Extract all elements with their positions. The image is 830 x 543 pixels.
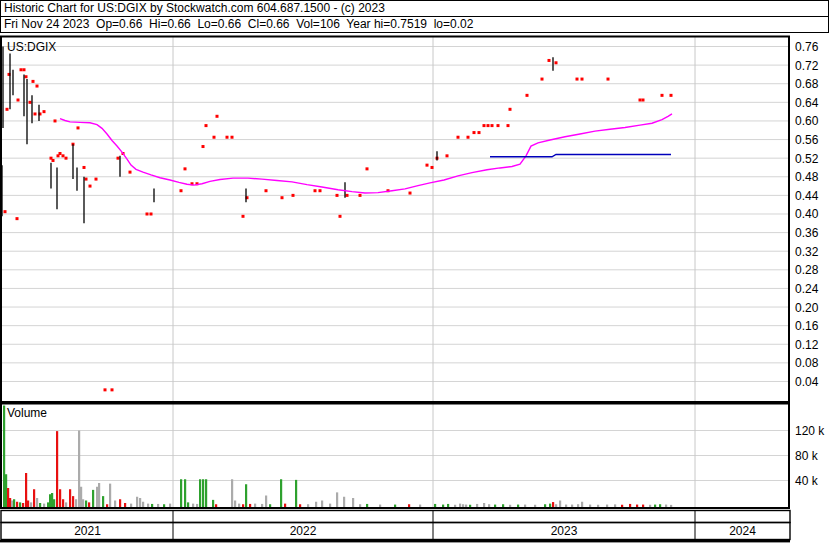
svg-text:0.28: 0.28 bbox=[795, 263, 819, 277]
chart-header: Historic Chart for US:DGIX by Stockwatch… bbox=[0, 0, 829, 33]
svg-text:2023: 2023 bbox=[551, 524, 578, 538]
svg-text:0.24: 0.24 bbox=[795, 282, 819, 296]
volume-axis-labels: 120 k80 k40 k bbox=[795, 424, 825, 488]
price-axis-labels: 0.760.720.680.640.600.560.520.480.440.40… bbox=[795, 40, 819, 389]
daily-high-low-bars bbox=[2, 47, 553, 224]
svg-text:0.76: 0.76 bbox=[795, 40, 819, 54]
svg-text:0.56: 0.56 bbox=[795, 133, 819, 147]
svg-text:120 k: 120 k bbox=[795, 424, 825, 438]
svg-text:0.40: 0.40 bbox=[795, 207, 819, 221]
svg-text:0.32: 0.32 bbox=[795, 245, 819, 259]
chart-title-line: Historic Chart for US:DGIX by Stockwatch… bbox=[1, 1, 828, 17]
panel-borders bbox=[0, 37, 790, 543]
svg-text:0.68: 0.68 bbox=[795, 77, 819, 91]
svg-text:0.04: 0.04 bbox=[795, 375, 819, 389]
svg-text:2022: 2022 bbox=[290, 524, 317, 538]
svg-text:0.44: 0.44 bbox=[795, 189, 819, 203]
chart-canvas: 0.760.720.680.640.600.560.520.480.440.40… bbox=[0, 0, 830, 543]
svg-text:0.36: 0.36 bbox=[795, 226, 819, 240]
daily-close-marks bbox=[4, 59, 673, 391]
stockwatch-historic-chart: 0.760.720.680.640.600.560.520.480.440.40… bbox=[0, 0, 830, 543]
svg-text:0.64: 0.64 bbox=[795, 96, 819, 110]
svg-text:0.12: 0.12 bbox=[795, 338, 819, 352]
volume-bars bbox=[3, 406, 672, 508]
svg-text:2024: 2024 bbox=[729, 524, 756, 538]
svg-text:40 k: 40 k bbox=[795, 474, 819, 488]
svg-text:0.52: 0.52 bbox=[795, 152, 819, 166]
svg-text:0.20: 0.20 bbox=[795, 301, 819, 315]
svg-text:2021: 2021 bbox=[74, 524, 101, 538]
volume-panel-label: Volume bbox=[7, 406, 47, 420]
symbol-label: US:DGIX bbox=[7, 40, 56, 54]
svg-text:0.60: 0.60 bbox=[795, 114, 819, 128]
year-axis-labels: 2021202220232024 bbox=[74, 524, 756, 538]
svg-text:0.08: 0.08 bbox=[795, 356, 819, 370]
gridlines bbox=[2, 37, 788, 509]
svg-text:0.16: 0.16 bbox=[795, 319, 819, 333]
svg-text:0.72: 0.72 bbox=[795, 59, 819, 73]
svg-text:0.48: 0.48 bbox=[795, 170, 819, 184]
reference-line bbox=[490, 154, 671, 156]
quote-summary-line: Fri Nov 24 2023 Op=0.66 Hi=0.66 Lo=0.66 … bbox=[1, 17, 828, 32]
svg-text:80 k: 80 k bbox=[795, 449, 819, 463]
moving-average-line bbox=[60, 114, 672, 193]
